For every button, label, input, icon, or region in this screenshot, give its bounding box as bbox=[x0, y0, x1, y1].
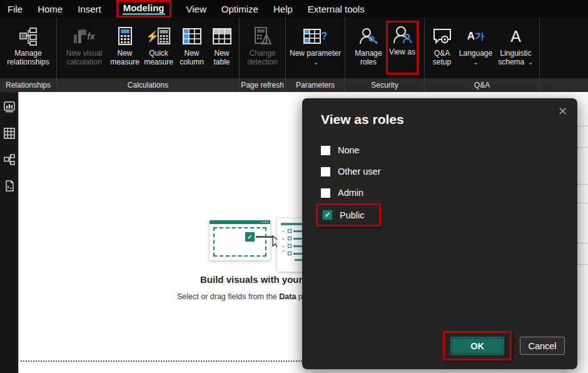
manage-relationships-label: Manage relationships bbox=[1, 49, 56, 66]
manage-roles-button[interactable]: Manage roles bbox=[351, 23, 386, 66]
menu-file[interactable]: File bbox=[8, 4, 23, 14]
annotation-box-public: ✓ Public bbox=[316, 203, 381, 227]
view-rail bbox=[0, 92, 19, 373]
change-detection-label: Change detection bbox=[242, 49, 283, 66]
linguistic-schema-label: Linguistic schema bbox=[498, 49, 531, 66]
page-boundary-dotted-line bbox=[21, 360, 302, 362]
question-mark-glyph: ? bbox=[322, 31, 328, 42]
new-table-button[interactable]: New table bbox=[208, 23, 236, 66]
menu-external-tools[interactable]: External tools bbox=[308, 4, 365, 14]
new-parameter-label: New parameter bbox=[290, 49, 341, 58]
ok-button[interactable]: OK bbox=[450, 337, 504, 355]
close-icon[interactable]: ✕ bbox=[558, 105, 567, 118]
new-measure-icon bbox=[117, 24, 133, 49]
ribbon-group-parameters: ? New parameter ⌄ Parameters bbox=[286, 18, 345, 92]
ribbon: Manage relationships Relationships fx bbox=[0, 18, 588, 92]
language-label: Language bbox=[459, 49, 492, 58]
group-label-parameters: Parameters bbox=[286, 78, 345, 92]
language-button[interactable]: A가 Language ⌄ bbox=[458, 23, 494, 66]
new-table-label: New table bbox=[208, 49, 236, 66]
linguistic-schema-button[interactable]: A Linguistic schema ⌄ bbox=[494, 23, 538, 66]
chevron-down-icon: ⌄ bbox=[473, 58, 479, 66]
quick-measure-icon: ⚡ bbox=[146, 24, 171, 49]
quick-measure-button[interactable]: ⚡ Quick measure bbox=[141, 23, 176, 66]
checkbox-public-checked[interactable]: ✓ bbox=[323, 210, 332, 220]
annotation-box-ok: OK bbox=[443, 331, 512, 360]
menu-modeling-label: Modeling bbox=[123, 3, 165, 13]
ribbon-group-security: Manage roles View as Security bbox=[345, 18, 425, 92]
modeling-active-underline bbox=[123, 13, 165, 15]
group-label-page-refresh: Page refresh bbox=[240, 78, 285, 92]
powerbi-window: File Home Insert Modeling View Optimize … bbox=[0, 0, 588, 373]
linguistic-schema-icon: A bbox=[510, 24, 521, 49]
group-label-calculations: Calculations bbox=[57, 78, 239, 92]
view-as-icon bbox=[392, 23, 412, 48]
checkbox-admin[interactable] bbox=[321, 188, 330, 198]
cancel-button[interactable]: Cancel bbox=[520, 337, 565, 355]
illustration-visual-placeholder bbox=[210, 220, 270, 260]
illustration-titlebar bbox=[210, 220, 270, 224]
model-view-icon[interactable] bbox=[3, 153, 16, 166]
menu-modeling[interactable]: Modeling bbox=[116, 0, 171, 18]
new-visual-calculation-label: New visual calculation bbox=[60, 49, 109, 66]
illustration-checkbox: ✓ bbox=[245, 232, 255, 242]
manage-roles-icon bbox=[358, 24, 378, 49]
checkbox-other-user[interactable] bbox=[321, 167, 330, 176]
chevron-down-icon: ⌄ bbox=[528, 58, 534, 66]
role-label: None bbox=[338, 145, 360, 155]
view-as-roles-dialog: View as roles ✕ None Other user Admin ✓ … bbox=[302, 98, 577, 369]
illustration-dashed-area bbox=[213, 227, 266, 257]
manage-roles-label: Manage roles bbox=[351, 49, 386, 66]
canvas-watermark-title: Build visuals with your da bbox=[200, 274, 316, 285]
role-option-other-user[interactable]: Other user bbox=[321, 161, 381, 182]
role-option-none[interactable]: None bbox=[321, 140, 381, 161]
chevron-down-icon: ⌄ bbox=[313, 58, 318, 66]
new-column-button[interactable]: New column bbox=[176, 23, 208, 66]
ribbon-group-qa: Q&A setup A가 Language ⌄ A L bbox=[425, 18, 540, 92]
change-detection-button: Change detection bbox=[242, 23, 283, 66]
group-label-relationships: Relationships bbox=[0, 78, 56, 92]
role-label: Public bbox=[340, 210, 365, 220]
qa-setup-icon bbox=[432, 24, 452, 49]
role-label: Other user bbox=[338, 166, 381, 176]
roles-list: None Other user Admin ✓ Public bbox=[321, 140, 381, 227]
fx-glyph: fx bbox=[87, 31, 94, 41]
report-view-icon[interactable] bbox=[3, 101, 16, 113]
manage-relationships-icon bbox=[19, 24, 38, 49]
quick-measure-label: Quick measure bbox=[141, 49, 176, 66]
qa-setup-label: Q&A setup bbox=[427, 49, 458, 66]
group-label-security: Security bbox=[345, 78, 424, 92]
menu-home[interactable]: Home bbox=[38, 4, 63, 14]
language-icon: A가 bbox=[467, 24, 484, 49]
menu-optimize[interactable]: Optimize bbox=[221, 4, 258, 14]
role-label: Admin bbox=[338, 188, 363, 198]
new-table-icon bbox=[213, 24, 231, 49]
role-option-public[interactable]: ✓ Public bbox=[323, 205, 365, 225]
new-visual-calculation-button: fx New visual calculation bbox=[60, 23, 109, 66]
new-visual-calculation-icon: fx bbox=[73, 24, 94, 49]
view-as-button[interactable]: View as bbox=[386, 21, 418, 74]
group-label-qa: Q&A bbox=[425, 78, 539, 92]
manage-relationships-button[interactable]: Manage relationships bbox=[1, 23, 56, 66]
new-measure-label: New measure bbox=[109, 49, 141, 66]
new-measure-button[interactable]: New measure bbox=[109, 23, 141, 66]
dax-query-view-icon[interactable] bbox=[3, 180, 16, 192]
ribbon-group-calculations: fx New visual calculation bbox=[57, 18, 240, 92]
role-option-admin[interactable]: Admin bbox=[321, 182, 381, 203]
menu-bar: File Home Insert Modeling View Optimize … bbox=[0, 0, 588, 18]
menu-help[interactable]: Help bbox=[273, 4, 293, 14]
ribbon-group-page-refresh: Change detection Page refresh bbox=[240, 18, 286, 92]
menu-view[interactable]: View bbox=[186, 4, 206, 14]
new-column-label: New column bbox=[176, 49, 208, 66]
qa-setup-button[interactable]: Q&A setup bbox=[427, 23, 458, 66]
dialog-footer: OK Cancel bbox=[443, 331, 565, 360]
ribbon-filler bbox=[540, 18, 588, 92]
view-as-label: View as bbox=[389, 48, 415, 56]
new-parameter-button[interactable]: ? New parameter ⌄ bbox=[288, 23, 342, 66]
new-column-icon bbox=[183, 24, 201, 49]
menu-insert[interactable]: Insert bbox=[78, 4, 101, 14]
dialog-title: View as roles bbox=[321, 112, 404, 127]
new-parameter-icon: ? bbox=[303, 24, 328, 49]
checkbox-none[interactable] bbox=[321, 146, 330, 155]
table-view-icon[interactable] bbox=[3, 127, 16, 140]
